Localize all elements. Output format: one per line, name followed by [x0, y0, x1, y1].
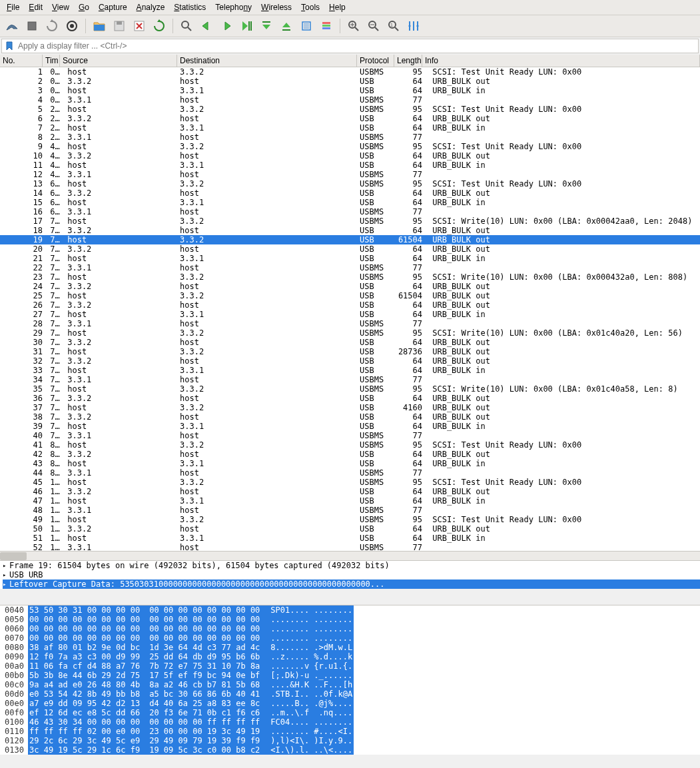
tree-item[interactable]: ▸Leftover Capture Data: 5350303100000000… [3, 579, 700, 589]
hex-row[interactable]: 00e0a7 e9 dd 09 95 42 d2 13d4 40 6a 25 a… [0, 699, 700, 708]
packet-list-header[interactable]: No. Tim Source Destination Protocol Leng… [0, 55, 700, 67]
packet-row[interactable]: 30 7… 3.3.2hostUSB64 URB_BULK out [0, 338, 700, 347]
close-file-icon[interactable] [131, 18, 147, 34]
packet-row[interactable]: 21 7… host3.3.1USB64 URB_BULK in [0, 254, 700, 263]
packet-row[interactable]: 27 7… host3.3.1USB64 URB_BULK in [0, 310, 700, 319]
hex-row[interactable]: 008038 af 80 01 b2 9e 0d bc1d 3e 64 4d c… [0, 643, 700, 652]
packet-row[interactable]: 33 7… host3.3.1USB64 URB_BULK in [0, 366, 700, 375]
tree-item[interactable]: ▸Frame 19: 61504 bytes on wire (492032 b… [3, 561, 700, 570]
hex-row[interactable]: 009012 f0 7a a3 c3 00 d9 9925 dd 64 db d… [0, 652, 700, 661]
menu-telephony[interactable]: Telephony [212, 1, 258, 13]
packet-row[interactable]: 40 7… 3.3.1hostUSBMS77 [0, 431, 700, 440]
column-header-source[interactable]: Source [60, 55, 177, 67]
packet-row[interactable]: 14 6… 3.3.2hostUSB64 URB_BULK out [0, 189, 700, 198]
hex-row[interactable]: 0110ff ff ff ff 02 00 e0 0023 00 00 00 1… [0, 727, 700, 736]
reload-file-icon[interactable] [151, 18, 167, 34]
packet-row[interactable]: 45 1… host3.3.2USBMS95 SCSI: Test Unit R… [0, 478, 700, 487]
menu-wireless[interactable]: Wireless [258, 1, 298, 13]
packet-row[interactable]: 52 1… 3.3.1hostUSBMS77 [0, 543, 700, 551]
packet-row[interactable]: 6 2… 3.3.2hostUSB64 URB_BULK out [0, 114, 700, 123]
colorize-icon[interactable] [318, 18, 334, 34]
go-forward-icon[interactable] [218, 18, 234, 34]
resize-columns-icon[interactable] [406, 18, 422, 34]
hex-row[interactable]: 00f0ef 12 6d ec e8 5c dd 6620 f3 6e 71 0… [0, 708, 700, 717]
packet-row[interactable]: 44 8… 3.3.1hostUSBMS77 [0, 468, 700, 478]
packet-row[interactable]: 42 8… 3.3.2hostUSB64 URB_BULK out [0, 450, 700, 459]
menu-view[interactable]: View [49, 1, 76, 13]
display-filter-input[interactable] [17, 39, 698, 53]
packet-row[interactable]: 5 2… host3.3.2USBMS95 SCSI: Test Unit Re… [0, 105, 700, 114]
restart-capture-icon[interactable] [44, 18, 60, 34]
packet-row[interactable]: 25 7… host3.3.2USB61504 URB_BULK out [0, 291, 700, 300]
auto-scroll-icon[interactable] [298, 18, 314, 34]
hex-row[interactable]: 005000 00 00 00 00 00 00 0000 00 00 00 0… [0, 615, 700, 624]
packet-row[interactable]: 2 0… 3.3.2hostUSB64 URB_BULK out [0, 77, 700, 86]
column-header-destination[interactable]: Destination [177, 55, 357, 67]
shark-fin-icon[interactable] [4, 18, 20, 34]
packet-row[interactable]: 17 7… host3.3.2USBMS95 SCSI: Write(10) L… [0, 216, 700, 226]
packet-row[interactable]: 50 1… 3.3.2hostUSB64 URB_BULK out [0, 524, 700, 534]
packet-row[interactable]: 38 7… 3.3.2hostUSB64 URB_BULK out [0, 412, 700, 422]
packet-row[interactable]: 18 7… 3.3.2hostUSB64 URB_BULK out [0, 226, 700, 235]
bookmark-icon[interactable] [5, 41, 14, 51]
menu-tools[interactable]: Tools [298, 1, 326, 13]
hex-row[interactable]: 012029 2c 6c 29 3c 49 5c e929 49 09 79 1… [0, 736, 700, 745]
column-header-time[interactable]: Tim [43, 55, 60, 67]
packet-details-pane[interactable]: ▸Frame 19: 61504 bytes on wire (492032 b… [0, 560, 700, 589]
packet-row[interactable]: 48 1… 3.3.1hostUSBMS77 [0, 506, 700, 515]
find-packet-icon[interactable] [178, 18, 194, 34]
packet-row[interactable]: 32 7… 3.3.2hostUSB64 URB_BULK out [0, 356, 700, 366]
hex-row[interactable]: 004053 50 30 31 00 00 00 0000 00 00 00 0… [0, 605, 700, 615]
column-header-info[interactable]: Info [422, 55, 700, 67]
packet-row[interactable]: 39 7… host3.3.1USB64 URB_BULK in [0, 422, 700, 431]
packet-row[interactable]: 37 7… host3.3.2USB4160 URB_BULK out [0, 403, 700, 412]
packet-row[interactable]: 13 6… host3.3.2USBMS95 SCSI: Test Unit R… [0, 179, 700, 189]
packet-row[interactable]: 15 6… host3.3.1USB64 URB_BULK in [0, 198, 700, 207]
packet-row[interactable]: 23 7… host3.3.2USBMS95 SCSI: Write(10) L… [0, 272, 700, 282]
go-back-icon[interactable] [198, 18, 214, 34]
save-file-icon[interactable] [111, 18, 127, 34]
menu-file[interactable]: File [4, 1, 26, 13]
hex-row[interactable]: 01303c 49 19 5c 29 1c 6c f919 09 5c 3c c… [0, 745, 700, 755]
packet-row[interactable]: 41 8… host3.3.2USBMS95 SCSI: Test Unit R… [0, 440, 700, 450]
packet-row[interactable]: 29 7… host3.3.2USBMS95 SCSI: Write(10) L… [0, 328, 700, 338]
expand-icon[interactable]: ▸ [3, 570, 9, 579]
packet-row[interactable]: 20 7… 3.3.2hostUSB64 URB_BULK out [0, 244, 700, 254]
capture-options-icon[interactable] [64, 18, 80, 34]
hex-row[interactable]: 00c09a a4 ad e0 26 48 80 4b8a a2 46 cb b… [0, 680, 700, 689]
packet-row[interactable]: 36 7… 3.3.2hostUSB64 URB_BULK out [0, 394, 700, 403]
hex-row[interactable]: 010046 43 30 34 00 00 00 0000 00 00 00 f… [0, 717, 700, 727]
menu-edit[interactable]: Edit [26, 1, 49, 13]
packet-row[interactable]: 49 1… host3.3.2USBMS95 SCSI: Test Unit R… [0, 515, 700, 524]
packet-row[interactable]: 9 4… host3.3.2USBMS95 SCSI: Test Unit Re… [0, 142, 700, 151]
go-first-icon[interactable] [258, 18, 274, 34]
menu-help[interactable]: Help [326, 1, 352, 13]
packet-row[interactable]: 19 7… host3.3.2USB61504 URB_BULK out [0, 235, 700, 244]
zoom-reset-icon[interactable]: 1 [386, 18, 402, 34]
column-header-length[interactable]: Length [394, 55, 422, 67]
packet-row[interactable]: 10 4… 3.3.2hostUSB64 URB_BULK out [0, 151, 700, 161]
hex-row[interactable]: 00b05b 3b 8e 44 6b 29 2d 7517 5f ef f9 b… [0, 671, 700, 680]
packet-row[interactable]: 11 4… host3.3.1USB64 URB_BULK in [0, 161, 700, 170]
packet-row[interactable]: 16 6… 3.3.1hostUSBMS77 [0, 207, 700, 216]
menu-go[interactable]: Go [76, 1, 96, 13]
hex-row[interactable]: 00d0e0 53 54 42 8b 49 bb b8a5 bc 30 66 8… [0, 689, 700, 699]
column-header-no[interactable]: No. [0, 55, 43, 67]
column-header-protocol[interactable]: Protocol [357, 55, 394, 67]
expand-icon[interactable]: ▸ [3, 579, 9, 589]
zoom-in-icon[interactable] [346, 18, 362, 34]
packet-row[interactable]: 31 7… host3.3.2USB28736 URB_BULK out [0, 347, 700, 356]
hex-row[interactable]: 006000 00 00 00 00 00 00 0000 00 00 00 0… [0, 624, 700, 633]
tree-item[interactable]: ▸USB URB [3, 570, 700, 579]
packet-row[interactable]: 51 1… host3.3.1USB64 URB_BULK in [0, 534, 700, 543]
packet-row[interactable]: 47 1… host3.3.1USB64 URB_BULK in [0, 496, 700, 506]
zoom-out-icon[interactable] [366, 18, 382, 34]
menu-analyze[interactable]: Analyze [134, 1, 172, 13]
packet-row[interactable]: 12 4… 3.3.1hostUSBMS77 [0, 170, 700, 179]
packet-list-body[interactable]: 1 0… host3.3.2USBMS95 SCSI: Test Unit Re… [0, 67, 700, 551]
hex-row[interactable]: 007000 00 00 00 00 00 00 0000 00 00 00 0… [0, 633, 700, 643]
packet-row[interactable]: 3 0… host3.3.1USB64 URB_BULK in [0, 86, 700, 95]
go-to-packet-icon[interactable] [238, 18, 254, 34]
packet-row[interactable]: 1 0… host3.3.2USBMS95 SCSI: Test Unit Re… [0, 67, 700, 77]
menu-statistics[interactable]: Statistics [171, 1, 212, 13]
